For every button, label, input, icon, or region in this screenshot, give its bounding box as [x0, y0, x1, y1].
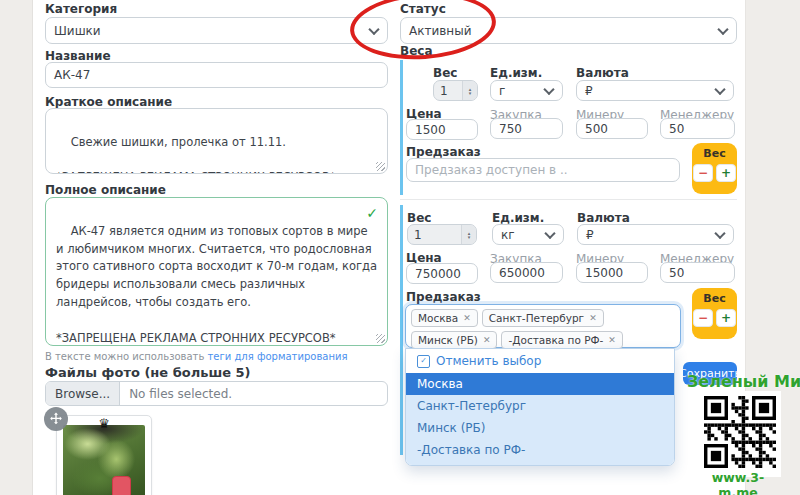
crown-icon: ♛ — [98, 416, 110, 431]
purchase-input-2[interactable]: 650000 — [490, 262, 563, 283]
weight-badge-label: Вес — [703, 147, 725, 160]
block-divider — [400, 199, 737, 200]
miner-input-2[interactable]: 15000 — [576, 262, 648, 283]
currency-value-1: ₽ — [585, 84, 593, 98]
remove-weight-button[interactable]: − — [693, 164, 713, 182]
photo-files-label: Файлы фото (не больше 5) — [45, 365, 251, 380]
unit-label-1: Ед.изм. — [490, 66, 542, 80]
preorder-tag: Москва ✕ — [411, 309, 478, 327]
miner-value-2: 15000 — [585, 266, 623, 280]
weight-value-1: 1 — [440, 84, 448, 98]
chevron-down-icon — [714, 83, 725, 94]
number-spinner-icon[interactable]: ▴▾ — [462, 81, 477, 100]
checkbox-icon: ✓ — [417, 355, 430, 368]
preorder-tag: Санкт-Петербург ✕ — [482, 309, 604, 327]
price-value-1: 1500 — [415, 123, 446, 137]
add-weight-button[interactable]: + — [716, 309, 736, 327]
tag-label: -Доставка по РФ- — [508, 334, 603, 346]
remove-weight-button[interactable]: − — [693, 309, 713, 327]
short-description-label: Краткое описание — [45, 95, 172, 109]
move-arrows-icon — [49, 412, 63, 426]
purchase-value-2: 650000 — [499, 266, 545, 280]
photo-delete-button[interactable] — [112, 476, 131, 495]
resize-grip-icon[interactable] — [376, 334, 385, 343]
dropdown-option-spb[interactable]: Санкт-Петербург — [406, 395, 674, 417]
watermark-url: www.3-m.me — [695, 470, 781, 495]
tag-remove-icon[interactable]: ✕ — [463, 313, 471, 323]
manager-value-2: 50 — [669, 266, 684, 280]
currency-select-2[interactable]: ₽ — [577, 224, 734, 245]
format-hint-text: В тексте можно использовать — [45, 351, 208, 362]
unit-label-2: Ед.изм. — [492, 211, 544, 225]
photo-move-handle[interactable] — [44, 407, 68, 431]
price-value-2: 750000 — [415, 267, 461, 281]
category-select[interactable]: Шишки — [45, 17, 388, 44]
preorder-multiselect[interactable]: Москва ✕ Санкт-Петербург ✕ Минск (РБ) ✕ … — [405, 304, 681, 348]
weight-input-1[interactable]: 1 ▴▾ — [433, 80, 478, 101]
chevron-down-icon — [543, 83, 554, 94]
name-input[interactable]: АК-47 — [45, 62, 388, 88]
name-label: Название — [45, 49, 111, 63]
format-tags-link[interactable]: теги для форматирования — [208, 351, 348, 362]
unit-value-2: кг — [501, 228, 515, 242]
format-hint: В тексте можно использовать теги для фор… — [45, 351, 347, 362]
tag-label: Санкт-Петербург — [489, 312, 584, 324]
dropdown-option-minsk[interactable]: Минск (РБ) — [406, 417, 674, 439]
photo-thumbnail-card[interactable]: ♛ — [56, 415, 152, 495]
weight-input-2[interactable]: 1 ▴▾ — [407, 224, 477, 245]
miner-input-1[interactable]: 500 — [576, 118, 648, 139]
watermark-title: Зеленый Мир — [687, 372, 800, 391]
weight-badge-label: Вес — [703, 292, 725, 305]
manager-value-1: 50 — [669, 122, 684, 136]
weight-label-1: Вес — [433, 66, 457, 80]
resize-grip-icon[interactable] — [376, 162, 385, 171]
short-description-textarea[interactable]: Свежие шишки, пролечка от 11.11. *ЗАПРЕЩ… — [45, 108, 388, 174]
preorder-label-2: Предзаказ — [406, 290, 481, 304]
dropdown-option-delivery-rf[interactable]: -Доставка по РФ- — [406, 439, 674, 465]
manager-input-1[interactable]: 50 — [660, 118, 735, 139]
number-spinner-icon[interactable]: ▴▾ — [461, 225, 476, 244]
full-description-label: Полное описание — [45, 183, 166, 197]
weight-value-2: 1 — [414, 228, 422, 242]
valid-check-icon: ✓ — [366, 203, 378, 225]
tag-label: Минск (РБ) — [418, 334, 478, 346]
currency-select-1[interactable]: ₽ — [576, 80, 734, 101]
chevron-down-icon — [714, 227, 725, 238]
weight-label-2: Вес — [407, 211, 431, 225]
chevron-down-icon — [544, 227, 555, 238]
preorder-tag: Минск (РБ) ✕ — [411, 331, 497, 349]
price-input-1[interactable]: 1500 — [406, 119, 478, 140]
chevron-down-icon — [717, 23, 728, 34]
currency-label-1: Валюта — [576, 66, 629, 80]
tag-remove-icon[interactable]: ✕ — [483, 335, 491, 345]
full-description-textarea[interactable]: АК-47 является одним из топовых сортов в… — [45, 197, 388, 346]
unit-select-2[interactable]: кг — [492, 224, 564, 245]
preorder-placeholder-1: Предзаказ доступен в .. — [415, 163, 568, 177]
left-gutter — [0, 0, 33, 495]
no-files-text: No files selected. — [120, 387, 241, 401]
dropdown-option-moskva[interactable]: Москва — [406, 373, 674, 395]
unit-value-1: г — [499, 84, 505, 98]
dropdown-options: Москва Санкт-Петербург Минск (РБ) -Доста… — [406, 373, 674, 465]
add-weight-button[interactable]: + — [716, 164, 736, 182]
preorder-tag: -Доставка по РФ- ✕ — [501, 331, 622, 349]
preorder-input-1[interactable]: Предзаказ доступен в .. — [406, 158, 680, 182]
weight-badge-2: Вес − + — [692, 288, 737, 339]
currency-value-2: ₽ — [586, 228, 594, 242]
browse-button[interactable]: Browse... — [46, 382, 120, 405]
tag-label: Москва — [418, 312, 458, 324]
manager-input-2[interactable]: 50 — [660, 262, 735, 283]
preorder-dropdown-panel: ✓ Отменить выбор Москва Санкт-Петербург … — [405, 348, 675, 466]
category-value: Шишки — [54, 24, 101, 38]
product-edit-form: Категория Шишки Название АК-47 Краткое о… — [0, 0, 800, 495]
unit-select-1[interactable]: г — [490, 80, 563, 101]
preorder-label-1: Предзаказ — [406, 145, 481, 159]
tag-remove-icon[interactable]: ✕ — [589, 313, 597, 323]
miner-value-1: 500 — [585, 122, 608, 136]
clear-selection-link[interactable]: ✓ Отменить выбор — [406, 349, 674, 373]
qr-code — [699, 391, 781, 477]
price-input-2[interactable]: 750000 — [406, 263, 478, 284]
photo-file-input[interactable]: Browse... No files selected. — [45, 381, 388, 406]
tag-remove-icon[interactable]: ✕ — [608, 335, 616, 345]
purchase-input-1[interactable]: 750 — [490, 118, 563, 139]
